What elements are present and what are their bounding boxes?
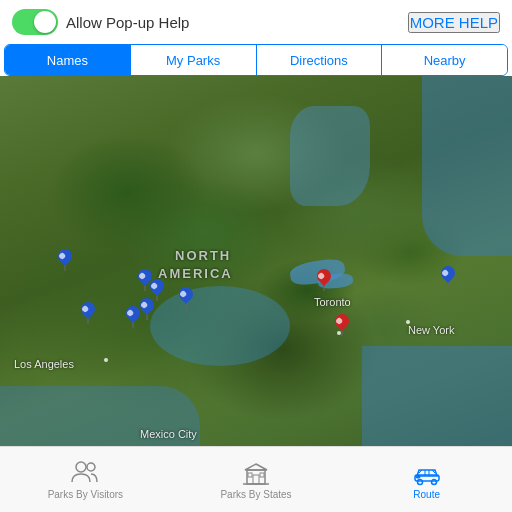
map-pin-blue-4[interactable] [79,302,97,324]
svg-point-7 [417,479,422,484]
svg-point-8 [431,479,436,484]
parks-by-states-label: Parks By States [220,489,291,500]
svg-rect-3 [253,475,259,484]
map-pin-blue-8[interactable] [439,266,457,288]
svg-point-1 [87,463,95,471]
tab-nearby[interactable]: Nearby [382,45,507,75]
people-icon [70,460,100,486]
svg-point-0 [76,462,86,472]
tab-names[interactable]: Names [5,45,131,75]
ny-dot [406,320,410,324]
map-pin-blue-7[interactable] [177,287,195,309]
popup-help-toggle[interactable] [12,9,58,35]
atlantic-ocean [422,76,512,256]
nav-parks-by-visitors[interactable]: Parks By Visitors [0,460,171,500]
svg-rect-4 [248,473,252,477]
top-bar: Allow Pop-up Help MORE HELP [0,0,512,44]
popup-help-label: Allow Pop-up Help [66,14,189,31]
gulf-of-mexico [150,286,290,366]
bottom-nav: Parks By Visitors Parks By States [0,446,512,512]
map-pin-blue-1[interactable] [56,249,74,271]
building-icon [241,460,271,486]
nav-route[interactable]: Route [341,460,512,500]
route-label: Route [413,489,440,500]
hudson-bay [290,106,370,206]
la-dot [104,358,108,362]
tab-my-parks[interactable]: My Parks [131,45,257,75]
more-help-button[interactable]: MORE HELP [408,12,500,33]
tab-directions[interactable]: Directions [257,45,383,75]
nav-parks-by-states[interactable]: Parks By States [171,460,342,500]
map-view[interactable]: NORTH AMERICA Los Angeles New York Toron… [0,76,512,466]
svg-rect-9 [416,475,420,478]
map-pin-red-2[interactable] [333,314,351,336]
toggle-container: Allow Pop-up Help [12,9,189,35]
car-icon [412,460,442,486]
map-pin-blue-6[interactable] [138,298,156,320]
tab-bar: Names My Parks Directions Nearby [4,44,508,76]
map-pin-red-1[interactable] [315,269,333,291]
svg-rect-5 [260,473,264,477]
parks-by-visitors-label: Parks By Visitors [48,489,123,500]
